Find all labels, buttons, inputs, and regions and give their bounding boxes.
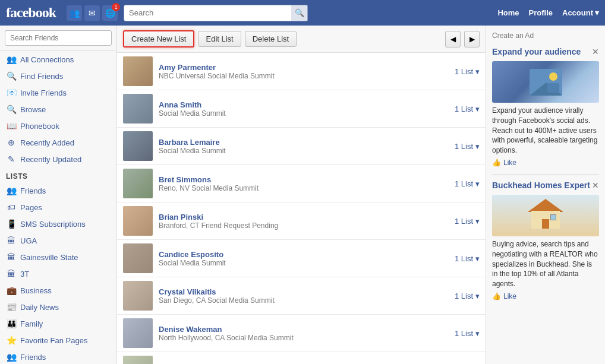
friends-list: Amy Parmenter NBC Universal Social Media… bbox=[117, 53, 486, 364]
friend-avatar bbox=[123, 56, 153, 86]
delete-list-button[interactable]: Delete List bbox=[245, 31, 297, 47]
friend-list-action[interactable]: 1 List ▾ bbox=[455, 179, 480, 188]
friend-list-action[interactable]: 1 List ▾ bbox=[455, 329, 480, 338]
ad2-like-label: Like bbox=[503, 292, 516, 300]
friend-row[interactable]: Denise Wakeman North Hollywood, CA Socia… bbox=[117, 315, 486, 352]
friend-name[interactable]: Denise Wakeman bbox=[159, 325, 449, 334]
friend-name[interactable]: Esther Goos bbox=[159, 362, 449, 365]
sidebar-item-find-friends[interactable]: 🔍 Find Friends bbox=[0, 68, 116, 84]
friend-row[interactable]: Crystal Vilkaitis San Diego, CA Social M… bbox=[117, 277, 486, 315]
friend-row[interactable]: Candice Esposito Social Media Summit 1 L… bbox=[117, 240, 486, 277]
friend-info: Crystal Vilkaitis San Diego, CA Social M… bbox=[159, 287, 449, 305]
friend-list-action[interactable]: 1 List ▾ bbox=[455, 67, 480, 76]
friend-name[interactable]: Bret Simmons bbox=[159, 175, 449, 184]
sidebar-item-daily-news[interactable]: 📰 Daily News bbox=[0, 299, 116, 315]
sidebar-item-recently-added[interactable]: ⊕ Recently Added bbox=[0, 134, 116, 151]
friend-subtitle: Reno, NV Social Media Summit bbox=[159, 184, 449, 192]
ad2-close-button[interactable]: ✕ bbox=[592, 181, 599, 190]
friend-row[interactable]: Anna Smith Social Media Summit 1 List ▾ bbox=[117, 90, 486, 128]
sidebar-item-pages[interactable]: 🏷 Pages bbox=[0, 199, 116, 216]
friends-nav-icon[interactable]: 👥 bbox=[67, 5, 82, 21]
top-navigation: facebook 👥 ✉ 🌐 1 🔍 Home Profile Account … bbox=[0, 0, 605, 26]
friend-list-action[interactable]: 1 List ▾ bbox=[455, 217, 480, 226]
sidebar-item-recently-updated[interactable]: ✎ Recently Updated bbox=[0, 151, 116, 167]
friend-name[interactable]: Brian Pinski bbox=[159, 213, 449, 221]
invite-friends-label: Invite Friends bbox=[20, 88, 67, 97]
ad1-close-button[interactable]: ✕ bbox=[592, 47, 599, 56]
friend-name[interactable]: Amy Parmenter bbox=[159, 63, 449, 72]
ad1-title: Expand your audience bbox=[492, 47, 599, 56]
friend-row[interactable]: Brian Pinski Branford, CT Friend Request… bbox=[117, 202, 486, 240]
search-button[interactable]: 🔍 bbox=[291, 5, 308, 21]
chevron-down-icon: ▾ bbox=[475, 142, 480, 151]
messages-nav-icon[interactable]: ✉ bbox=[84, 5, 100, 21]
main-layout: 👥 All Connections 🔍 Find Friends 📧 Invit… bbox=[0, 26, 605, 364]
friend-info: Anna Smith Social Media Summit bbox=[159, 100, 449, 118]
invite-friends-icon: 📧 bbox=[6, 87, 17, 98]
friend-info: Candice Esposito Social Media Summit bbox=[159, 250, 449, 267]
friend-row[interactable]: Bret Simmons Reno, NV Social Media Summi… bbox=[117, 165, 486, 202]
prev-button[interactable]: ◀ bbox=[445, 31, 461, 48]
sidebar-item-friends[interactable]: 👥 Friends bbox=[0, 182, 116, 199]
next-button[interactable]: ▶ bbox=[464, 31, 480, 48]
left-sidebar: 👥 All Connections 🔍 Find Friends 📧 Invit… bbox=[0, 26, 117, 364]
search-friends-container bbox=[0, 26, 116, 51]
friend-name[interactable]: Crystal Vilkaitis bbox=[159, 287, 449, 296]
friends2-icon: 👥 bbox=[6, 352, 17, 362]
ad1-like-button[interactable]: 👍 Like bbox=[492, 159, 599, 167]
recently-updated-label: Recently Updated bbox=[20, 155, 81, 164]
sidebar-item-phonebook[interactable]: 📖 Phonebook bbox=[0, 118, 116, 134]
edit-list-button[interactable]: Edit List bbox=[198, 31, 241, 47]
sidebar-item-invite-friends[interactable]: 📧 Invite Friends bbox=[0, 84, 116, 101]
friend-avatar bbox=[123, 131, 153, 161]
sidebar-item-favorite-fan-pages[interactable]: ⭐ Favorite Fan Pages bbox=[0, 332, 116, 349]
create-ad-label[interactable]: Create an Ad bbox=[492, 31, 599, 40]
list-count-label: 1 List bbox=[455, 179, 473, 188]
house-window-shape bbox=[550, 214, 556, 220]
friend-name[interactable]: Candice Esposito bbox=[159, 250, 449, 259]
notifications-nav-icon[interactable]: 🌐 1 bbox=[102, 5, 118, 21]
account-dropdown[interactable]: Account ▾ bbox=[562, 8, 599, 17]
friend-row[interactable]: Amy Parmenter NBC Universal Social Media… bbox=[117, 53, 486, 90]
friend-list-action[interactable]: 1 List ▾ bbox=[455, 254, 480, 263]
search-friends-input[interactable] bbox=[5, 30, 112, 46]
friend-subtitle: San Diego, CA Social Media Summit bbox=[159, 296, 449, 305]
sidebar-item-all-connections[interactable]: 👥 All Connections bbox=[0, 51, 116, 68]
friends2-label: Friends bbox=[20, 353, 46, 362]
favorite-fan-pages-icon: ⭐ bbox=[6, 335, 17, 346]
family-icon: 👪 bbox=[6, 318, 17, 329]
sidebar-item-friends2[interactable]: 👥 Friends bbox=[0, 349, 116, 364]
sidebar-item-gainesville-state[interactable]: 🏛 Gainesville State bbox=[0, 249, 116, 265]
friend-subtitle: Social Media Summit bbox=[159, 259, 449, 267]
ad2-like-button[interactable]: 👍 Like bbox=[492, 292, 599, 300]
friend-list-action[interactable]: 1 List ▾ bbox=[455, 142, 480, 151]
home-link[interactable]: Home bbox=[497, 8, 519, 17]
sidebar-item-business[interactable]: 💼 Business bbox=[0, 282, 116, 299]
pages-icon: 🏷 bbox=[6, 202, 17, 213]
favorite-fan-pages-label: Favorite Fan Pages bbox=[20, 336, 87, 345]
friend-info: Bret Simmons Reno, NV Social Media Summi… bbox=[159, 175, 449, 192]
phonebook-icon: 📖 bbox=[6, 121, 17, 131]
profile-link[interactable]: Profile bbox=[529, 8, 553, 17]
friend-row[interactable]: Esther Goos Social Media Summit 1 List ▾ bbox=[117, 352, 486, 364]
nav-icon-group: 👥 ✉ 🌐 1 bbox=[67, 5, 118, 21]
friend-list-action[interactable]: 1 List ▾ bbox=[455, 292, 480, 300]
sidebar-item-browse[interactable]: 🔍 Browse bbox=[0, 101, 116, 118]
friend-list-action[interactable]: 1 List ▾ bbox=[455, 105, 480, 113]
chevron-down-icon: ▾ bbox=[595, 8, 599, 17]
sidebar-item-uga[interactable]: 🏛 UGA bbox=[0, 232, 116, 249]
sidebar-item-family[interactable]: 👪 Family bbox=[0, 315, 116, 332]
friend-subtitle: NBC Universal Social Media Summit bbox=[159, 72, 449, 80]
sidebar-item-sms[interactable]: 📱 SMS Subscriptions bbox=[0, 216, 116, 232]
friend-name[interactable]: Barbara Lemaire bbox=[159, 138, 449, 147]
picture-icon bbox=[530, 69, 562, 96]
create-new-list-button[interactable]: Create New List bbox=[123, 30, 194, 48]
house-body-shape bbox=[531, 211, 560, 229]
chevron-down-icon: ▾ bbox=[475, 329, 480, 338]
sidebar-item-3t[interactable]: 🏛 3T bbox=[0, 265, 116, 282]
search-input[interactable] bbox=[124, 5, 308, 21]
house-icon bbox=[528, 199, 563, 232]
friend-row[interactable]: Barbara Lemaire Social Media Summit 1 Li… bbox=[117, 128, 486, 165]
friend-name[interactable]: Anna Smith bbox=[159, 100, 449, 109]
friends-toolbar: Create New List Edit List Delete List ◀ … bbox=[117, 26, 486, 53]
